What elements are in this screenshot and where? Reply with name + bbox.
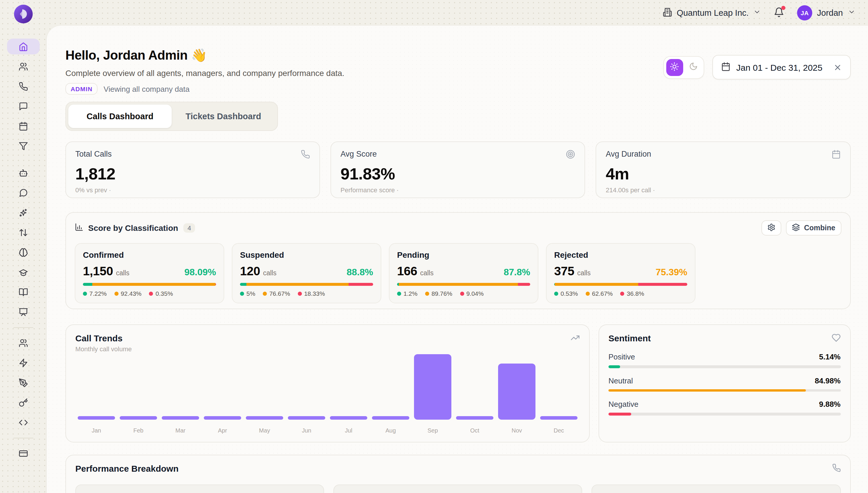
sidebar-item-sparkles[interactable]	[7, 205, 40, 220]
sidebar-item-zap[interactable]	[7, 355, 40, 370]
org-switcher[interactable]: Quantum Leap Inc.	[663, 7, 761, 18]
classification-title: Score by Classification	[88, 223, 178, 233]
heart-icon	[831, 333, 841, 343]
bar-jan	[77, 416, 115, 420]
legend-item: 0.35%	[149, 290, 173, 297]
x-tick-label: Dec	[538, 427, 580, 434]
call-trends-x-labels: JanFebMarAprMayJunJulAugSepOctNovDec	[75, 427, 580, 434]
chevron-down-icon	[753, 8, 761, 18]
bar-may	[246, 416, 283, 420]
combine-label: Combine	[804, 224, 835, 232]
x-tick-label: Nov	[496, 427, 538, 434]
sidebar-item-brain[interactable]	[7, 244, 40, 260]
phone-icon	[301, 150, 310, 161]
stat-value: 1,812	[75, 165, 310, 184]
x-tick-label: May	[244, 427, 285, 434]
message-circle-icon	[19, 188, 28, 197]
progress-segment	[83, 283, 93, 286]
legend-dot	[554, 291, 558, 296]
sidebar-item-bot[interactable]	[7, 165, 40, 180]
clear-date-button[interactable]	[833, 63, 842, 71]
sidebar-item-arrow-up-down[interactable]	[7, 224, 40, 240]
user-menu[interactable]: JA Jordan	[797, 5, 855, 20]
light-mode-button[interactable]	[666, 59, 683, 76]
stat-note: 0% vs prev ·	[75, 187, 310, 193]
gear-icon	[767, 223, 775, 233]
main-panel: Hello, Jordan Admin 👋 Complete overview …	[47, 26, 868, 493]
sidebar-item-graduation-cap[interactable]	[7, 264, 40, 280]
sentiment-title: Sentiment	[609, 333, 651, 343]
classification-calls-unit: calls	[116, 270, 129, 276]
legend-dot	[83, 291, 87, 296]
tab-tickets-dashboard[interactable]: Tickets Dashboard	[172, 105, 275, 128]
classification-progress-bar	[83, 283, 216, 286]
dark-mode-button[interactable]	[686, 60, 701, 75]
performance-section: Performance Breakdown Total CallsActive …	[65, 455, 850, 493]
sidebar-item-credit-card[interactable]	[7, 445, 40, 461]
sidebar-item-code[interactable]	[7, 414, 40, 430]
trending-up-icon	[570, 333, 580, 343]
sentiment-track	[609, 413, 841, 415]
sidebar-item-calendar[interactable]	[7, 118, 40, 134]
combine-button[interactable]: Combine	[786, 220, 841, 236]
stat-card-avg-duration: Avg Duration4m214.00s per call ·	[596, 142, 850, 198]
notifications-button[interactable]	[774, 7, 784, 19]
classification-calls: 166	[397, 264, 417, 278]
classification-card-confirmed: Confirmed1,150calls98.09%7.22%92.43%0.35…	[75, 243, 224, 303]
tab-calls-dashboard[interactable]: Calls Dashboard	[68, 105, 172, 128]
x-tick-label: Jun	[285, 427, 327, 434]
call-trends-bars	[75, 354, 580, 420]
performance-header: Performance Breakdown	[75, 464, 841, 475]
legend-dot	[298, 291, 302, 296]
moon-icon	[689, 62, 698, 71]
trending-up-icon	[570, 333, 580, 345]
dashboard-tabs: Calls DashboardTickets Dashboard	[65, 102, 278, 131]
legend-item: 89.76%	[425, 290, 452, 297]
page-subtitle: Complete overview of all agents, manager…	[65, 68, 344, 78]
classification-name: Rejected	[554, 250, 687, 259]
bar-nov	[498, 364, 536, 420]
stat-card-top: Total Calls	[75, 150, 310, 161]
bar-slot-sep	[412, 354, 454, 420]
sentiment-value: 5.14%	[819, 352, 841, 361]
sidebar-item-users[interactable]	[7, 59, 40, 74]
sidebar-item-book-open[interactable]	[7, 284, 40, 300]
legend-item: 62.67%	[586, 290, 613, 297]
sidebar-item-filter[interactable]	[7, 138, 40, 154]
sun-icon	[670, 62, 679, 73]
bar-slot-dec	[538, 354, 580, 420]
classification-section: Score by Classification 4 Combine Confir…	[65, 212, 850, 309]
sidebar-item-message-square[interactable]	[7, 98, 40, 114]
date-range-picker[interactable]: Jan 01 - Dec 31, 2025	[712, 55, 850, 80]
bar-feb	[119, 416, 157, 420]
legend-item: 9.04%	[460, 290, 484, 297]
charts-row: Call Trends Monthly call volume JanFebMa…	[65, 324, 850, 443]
performance-title: Performance Breakdown	[75, 464, 178, 473]
sidebar-item-message-circle[interactable]	[7, 185, 40, 200]
sidebar-item-key[interactable]	[7, 394, 40, 410]
sidebar-item-presentation[interactable]	[7, 304, 40, 320]
moon-icon	[689, 62, 698, 72]
chevron-down-icon	[848, 8, 855, 16]
legend-dot	[240, 291, 244, 296]
chevron-down-icon	[848, 8, 855, 18]
bar-slot-may	[244, 354, 285, 420]
sentiment-label: Positive	[609, 352, 635, 361]
main-header: Hello, Jordan Admin 👋 Complete overview …	[65, 48, 850, 95]
sidebar-item-pen-tool[interactable]	[7, 374, 40, 390]
performance-cards: Total CallsActive AgentsAvg Score	[75, 485, 841, 493]
sentiment-fill	[609, 389, 806, 392]
sidebar-item-home[interactable]	[7, 39, 40, 55]
x-icon	[833, 63, 842, 71]
phone-icon	[832, 464, 841, 475]
bar-slot-mar	[159, 354, 202, 420]
classification-score: 75.39%	[656, 267, 687, 278]
sidebar-item-phone[interactable]	[7, 78, 40, 94]
bot-icon	[19, 168, 28, 177]
stat-label: Avg Score	[340, 150, 376, 158]
sidebar-item-users[interactable]	[7, 335, 40, 351]
call-trends-subtitle: Monthly call volume	[75, 345, 132, 352]
legend-item: 36.8%	[620, 290, 644, 297]
settings-button[interactable]	[761, 220, 781, 236]
sentiment-row-top: Neutral84.98%	[609, 376, 841, 385]
